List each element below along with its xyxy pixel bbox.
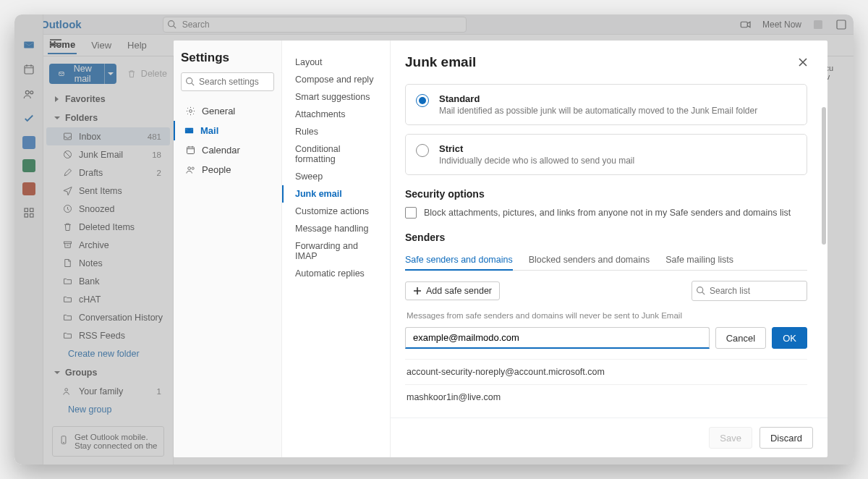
radio-standard-desc: Mail identified as possible junk will be… [439, 106, 757, 116]
settings-title: Settings [181, 51, 274, 65]
settings-footer: Save Discard [391, 417, 827, 457]
settings-sub-layout[interactable]: Layout [282, 54, 390, 71]
radio-icon [416, 94, 429, 107]
settings-cat-general[interactable]: General [181, 101, 274, 121]
settings-sub-smart-suggestions[interactable]: Smart suggestions [282, 88, 390, 106]
save-button[interactable]: Save [709, 427, 752, 449]
search-senders[interactable] [692, 281, 807, 301]
radio-standard-title: Standard [439, 93, 757, 104]
svg-rect-29 [187, 147, 195, 153]
settings-sub-automatic-replies[interactable]: Automatic replies [282, 265, 390, 282]
settings-sub-sweep[interactable]: Sweep [282, 168, 390, 185]
checkbox-icon[interactable] [405, 207, 417, 219]
radio-strict-desc: Individually decide who is allowed to se… [439, 156, 634, 166]
settings-sub-conditional-formatting[interactable]: Conditional formatting [282, 140, 390, 168]
safe-sender-entry[interactable]: account-security-noreply@account.microso… [405, 359, 807, 384]
junk-title: Junk email [405, 54, 476, 70]
discard-button[interactable]: Discard [760, 427, 813, 449]
svg-point-27 [187, 78, 192, 84]
svg-point-32 [697, 287, 703, 293]
settings-sub-attachments[interactable]: Attachments [282, 106, 390, 123]
settings-search[interactable] [181, 72, 274, 91]
radio-strict[interactable]: Strict Individually decide who is allowe… [405, 134, 807, 175]
settings-subsections: LayoutCompose and replySmart suggestions… [282, 41, 391, 457]
security-heading: Security options [405, 188, 807, 200]
radio-icon [416, 144, 429, 157]
settings-cat-calendar[interactable]: Calendar [181, 140, 274, 160]
close-button[interactable] [793, 52, 813, 72]
cancel-button[interactable]: Cancel [715, 327, 766, 349]
block-checkbox-row[interactable]: Block attachments, pictures, and links f… [405, 207, 807, 219]
radio-strict-title: Strict [439, 143, 634, 154]
settings-sub-customize-actions[interactable]: Customize actions [282, 203, 390, 220]
settings-modal: Settings GeneralMailCalendarPeople Layou… [174, 41, 827, 457]
settings-sub-message-handling[interactable]: Message handling [282, 220, 390, 237]
search-senders-input[interactable] [692, 281, 807, 301]
safe-sender-entry[interactable]: mashkoor1in@live.com [405, 384, 807, 410]
settings-search-input[interactable] [181, 72, 274, 91]
safe-senders-hint: Messages from safe senders and domains w… [407, 311, 806, 320]
settings-cat-mail[interactable]: Mail [174, 121, 274, 140]
tab-safe-lists[interactable]: Safe mailing lists [665, 250, 733, 270]
new-sender-input[interactable] [405, 327, 710, 349]
senders-tabs: Safe senders and domains Blocked senders… [405, 250, 807, 271]
svg-point-31 [192, 167, 194, 169]
settings-sub-rules[interactable]: Rules [282, 123, 390, 140]
svg-point-28 [190, 110, 192, 113]
tab-blocked-senders[interactable]: Blocked senders and domains [529, 250, 650, 270]
settings-sub-forwarding-and-imap[interactable]: Forwarding and IMAP [282, 237, 390, 265]
radio-standard[interactable]: Standard Mail identified as possible jun… [405, 84, 807, 125]
tab-safe-senders[interactable]: Safe senders and domains [405, 250, 513, 271]
scrollbar-thumb[interactable] [822, 107, 826, 245]
settings-categories: Settings GeneralMailCalendarPeople [174, 41, 282, 457]
ok-button[interactable]: OK [772, 327, 807, 349]
settings-sub-compose-and-reply[interactable]: Compose and reply [282, 71, 390, 88]
senders-heading: Senders [405, 232, 807, 243]
settings-sub-junk-email[interactable]: Junk email [282, 185, 390, 203]
block-checkbox-label: Block attachments, pictures, and links f… [424, 208, 791, 218]
add-safe-sender-button[interactable]: Add safe sender [405, 281, 500, 300]
settings-cat-people[interactable]: People [181, 160, 274, 179]
svg-point-30 [188, 167, 191, 170]
